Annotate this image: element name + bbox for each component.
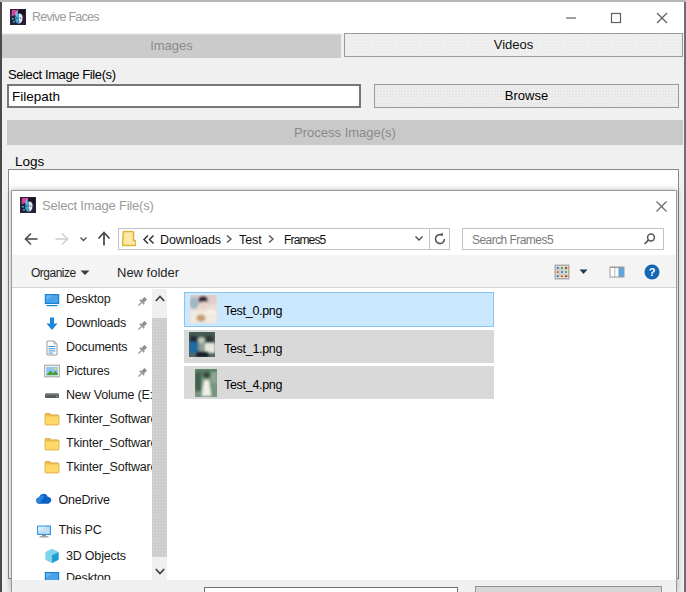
svg-text:?: ? [649, 266, 656, 278]
